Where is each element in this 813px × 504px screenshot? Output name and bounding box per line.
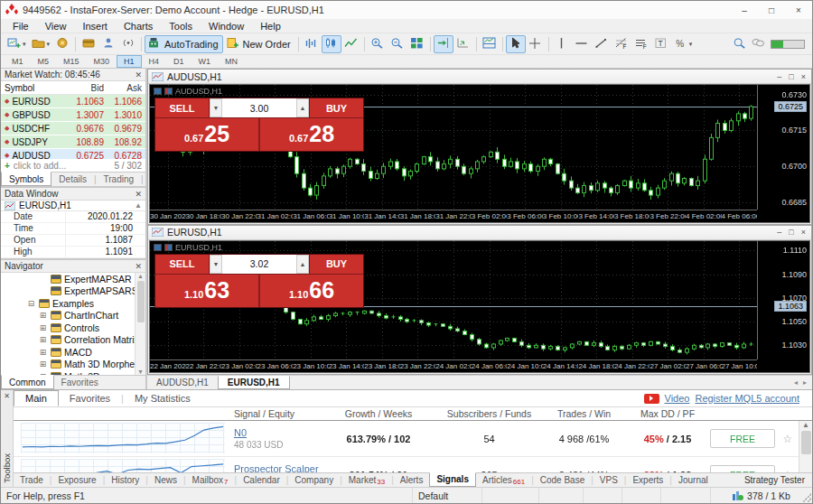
navigator-item-math-3d[interactable]: ⊞Math 3D <box>1 370 145 375</box>
buy-price[interactable]: 0.6728 <box>260 118 363 151</box>
community-icon[interactable] <box>98 35 118 53</box>
chart-area-audusd[interactable]: AUDUSD,H1 SELL ▼ 3.00 ▲ BUY <box>149 84 810 223</box>
toolbox-tab-vps[interactable]: VPS <box>593 473 624 487</box>
expand-icon[interactable]: ⊞ <box>38 323 48 332</box>
tile-windows-button[interactable] <box>407 35 427 53</box>
navigator-item-examples[interactable]: ⊟Examples <box>1 297 145 310</box>
toolbox-tab-market[interactable]: Market33 <box>342 473 391 487</box>
toolbox-tab-calendar[interactable]: Calendar <box>237 473 286 487</box>
profiles-button[interactable]: ▾ <box>29 35 53 53</box>
volume-down-icon[interactable]: ▼ <box>210 255 222 274</box>
autotrading-button[interactable]: AutoTrading <box>145 35 223 53</box>
timeframe-d1[interactable]: D1 <box>166 55 192 68</box>
crosshair-button[interactable] <box>526 35 546 53</box>
depth-of-market-icon[interactable] <box>164 244 173 251</box>
favorite-star-icon[interactable]: ☆ <box>777 433 799 445</box>
market-watch-tab-symbols[interactable]: Symbols <box>1 172 51 186</box>
volume-stepper[interactable]: ▼ 3.00 ▲ <box>210 98 309 117</box>
data-window-close-icon[interactable]: ✕ <box>135 190 142 199</box>
horizontal-line-button[interactable] <box>572 35 592 53</box>
chart-maximize-icon[interactable]: □ <box>789 72 793 81</box>
menu-file[interactable]: File <box>5 19 37 33</box>
expand-icon[interactable]: ⊞ <box>38 359 48 369</box>
navigator-item-expertmapsarsizeoptim[interactable]: ExpertMAPSARSizeOptim <box>1 285 145 298</box>
vertical-line-button[interactable] <box>552 35 572 53</box>
signals-tab-my-statistics[interactable]: My Statistics <box>124 390 201 406</box>
signal-name-link[interactable]: N0 <box>234 427 247 438</box>
market-watch-add-row[interactable]: + click to add... 5 / 302 <box>1 159 145 172</box>
menu-help[interactable]: Help <box>252 19 289 33</box>
dropdown-arrow-icon[interactable]: ▾ <box>689 41 693 48</box>
chart-tab-eurusd-h1[interactable]: EURUSD,H1 <box>218 376 290 389</box>
volume-up-icon[interactable]: ▲ <box>296 98 309 117</box>
navigator-item-controls[interactable]: ⊞Controls <box>1 322 145 334</box>
expand-icon[interactable]: ⊞ <box>38 335 48 344</box>
free-button[interactable]: FREE <box>710 465 775 472</box>
market-watch-tab-trading[interactable]: Trading <box>97 173 142 186</box>
toolbox-tab-journal[interactable]: Journal <box>672 473 715 487</box>
close-button[interactable]: × <box>785 1 812 19</box>
menu-window[interactable]: Window <box>201 19 252 33</box>
timeframe-w1[interactable]: W1 <box>192 55 219 68</box>
dropdown-arrow-icon[interactable]: ▾ <box>47 41 51 48</box>
equidistant-channel-button[interactable]: F <box>631 35 651 53</box>
market-watch-row[interactable]: ◆EURUSD1.10631.1066 <box>1 95 145 108</box>
toolbox-tab-code-base[interactable]: Code Base <box>534 473 591 487</box>
market-watch-row[interactable]: ◆AUDUSD0.67250.6728 <box>1 149 145 159</box>
toolbox-tab-mailbox[interactable]: Mailbox7 <box>186 473 235 487</box>
new-chart-button[interactable]: ▾ <box>5 35 29 53</box>
menu-charts[interactable]: Charts <box>116 19 161 33</box>
toolbox-tab-experts[interactable]: Experts <box>626 473 669 487</box>
menu-tools[interactable]: Tools <box>161 19 201 33</box>
maximize-button[interactable]: □ <box>758 1 785 19</box>
scroll-left-icon[interactable]: ◂ <box>794 378 798 387</box>
candle-chart-button[interactable] <box>322 35 341 53</box>
shift-end-button[interactable] <box>434 35 453 53</box>
navigator-item-correlation-matrix-3d[interactable]: ⊞Correlation Matrix 3D <box>1 334 145 347</box>
chart-minimize-icon[interactable]: – <box>777 72 781 81</box>
market-watch-row[interactable]: ◆GBPUSD1.30071.3010 <box>1 108 145 122</box>
buy-price[interactable]: 1.1066 <box>260 275 363 307</box>
navigator-item-math-3d-morpher[interactable]: ⊞Math 3D Morpher <box>1 359 145 371</box>
toolbox-tab-exposure[interactable]: Exposure <box>51 473 102 487</box>
sell-price[interactable]: 0.6725 <box>155 118 260 151</box>
menu-view[interactable]: View <box>37 19 75 33</box>
volume-up-icon[interactable]: ▲ <box>296 255 309 274</box>
volume-down-icon[interactable]: ▼ <box>210 98 222 117</box>
timeframe-m1[interactable]: M1 <box>5 55 31 68</box>
toolbox-tab-history[interactable]: History <box>105 473 145 487</box>
toolbox-tab-alerts[interactable]: Alerts <box>394 473 430 487</box>
signal-row[interactable]: Prospector Scalper EA201.54% / 912653 43… <box>14 457 812 472</box>
market-watch-tab-details[interactable]: Details <box>51 173 94 186</box>
market-watch-row[interactable]: ◆USDCHF0.96760.9679 <box>1 122 145 135</box>
timeframe-h1[interactable]: H1 <box>117 55 142 68</box>
shapes-button[interactable]: %▾ <box>671 35 696 53</box>
toolbox-tab-articles[interactable]: Articles661 <box>476 473 531 487</box>
expand-icon[interactable]: ⊞ <box>38 311 48 320</box>
toolbox-tab-news[interactable]: News <box>148 473 183 487</box>
navigator-item-chartinchart[interactable]: ⊞ChartInChart <box>1 310 145 322</box>
one-click-toggle-icon[interactable] <box>154 244 162 251</box>
strategy-tester-label[interactable]: Strategy Tester <box>744 473 812 487</box>
navigator-tab-favorites[interactable]: Favorites <box>54 376 106 389</box>
expand-icon[interactable]: ⊞ <box>38 348 48 357</box>
status-profile[interactable]: Default <box>413 488 482 503</box>
signal-name-link[interactable]: Prospector Scalper EA <box>234 463 319 473</box>
menu-insert[interactable]: Insert <box>74 19 116 33</box>
one-click-toggle-icon[interactable] <box>154 88 162 95</box>
chat-icon[interactable] <box>752 37 765 51</box>
broadcast-icon[interactable] <box>118 35 138 53</box>
search-icon[interactable] <box>733 37 746 51</box>
toolbox-tab-signals[interactable]: Signals <box>429 472 476 487</box>
resize-grip[interactable] <box>802 493 811 502</box>
toolbox-close-icon[interactable]: ✕ <box>4 392 10 400</box>
scroll-right-icon[interactable]: ▸ <box>803 378 807 387</box>
timeframe-m15[interactable]: M15 <box>56 55 87 68</box>
chart-close-icon[interactable]: × <box>801 228 806 237</box>
favorite-star-icon[interactable]: ☆ <box>777 469 799 473</box>
chart-title-bar[interactable]: EURUSD,H1 –□× <box>148 226 811 240</box>
market-watch-close-icon[interactable]: ✕ <box>135 70 142 79</box>
scroll-up-icon[interactable]: ▲ <box>135 201 142 210</box>
signals-scrollbar[interactable]: ▲ <box>799 421 812 472</box>
chart-minimize-icon[interactable]: – <box>777 228 781 237</box>
